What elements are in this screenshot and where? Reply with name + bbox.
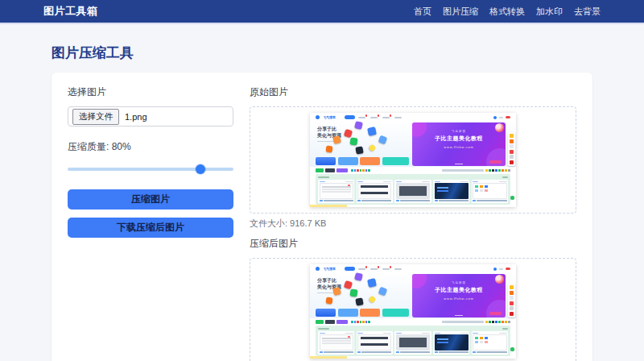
preview-footer-strip [310,356,347,359]
results-panel: 原始图片 飞鸟博客 分享子比 美化与资源 [250,85,576,361]
preview-banner-title: 子比主题美化教程 [412,286,506,294]
app-icon [355,297,363,305]
preview-emoji-row [485,169,510,172]
preview-hero-subtitle [317,293,335,294]
original-image-box: 飞鸟博客 分享子比 美化与资源 [250,106,576,214]
preview-tag-glyphs [351,321,370,323]
preview-banner-divider [455,164,463,165]
preview-banner: 飞鸟家园 子比主题美化教程 www.ffskw.com [412,122,506,166]
preview-banner-url: www.ffskw.com [412,297,506,301]
top-navbar: 图片工具箱 首页 图片压缩 格式转换 加水印 去背景 [0,0,644,24]
app-icon [326,297,333,305]
nav-link-compress[interactable]: 图片压缩 [443,6,478,18]
preview-nav-item [370,267,379,271]
preview-nav-item [358,115,367,119]
preview-logo-icon [316,115,320,119]
preview-floating-toolbar [508,132,515,166]
preview-articles-panel [316,326,510,356]
preview-hero-title-line2: 美化与资源 [317,284,412,291]
app-icon [367,278,377,288]
preview-article-cards [318,331,508,355]
preview-hero-title-line1: 分享子比 [317,278,412,284]
article-card [433,331,469,355]
preview-tag [336,320,348,324]
preview-announcement [442,321,510,323]
preview-chat-icon [510,347,514,351]
app-icon [378,135,388,145]
preview-site-topbar: 飞鸟博客 [310,113,516,122]
preview-nav-item [394,115,403,119]
compressed-image-heading: 压缩后图片 [250,237,576,251]
download-button[interactable]: 下载压缩后图片 [68,218,233,238]
preview-banner-title: 子比主题美化教程 [412,135,506,143]
preview-nav-item [382,115,391,119]
preview-emoji-row [485,321,510,323]
control-panel: 选择图片 选择文件 1.png 压缩质量: 80% 压缩图片 下载压缩后图片 [68,85,233,361]
preview-banner-button [489,160,502,164]
preview-floating-toolbar [508,284,515,317]
app-icon [378,287,388,297]
preview-chat-icon [510,196,514,200]
select-image-label: 选择图片 [68,85,233,99]
quality-slider[interactable] [68,164,233,175]
preview-banner-url: www.ffskw.com [412,145,506,149]
article-card [394,180,431,203]
app-icon [349,288,357,297]
article-card [318,331,354,355]
preview-nav-item [382,267,391,271]
preview-logo-text: 飞鸟博客 [323,267,336,271]
quality-label: 压缩质量: 80% [68,140,233,154]
preview-banner-button [489,312,502,316]
preview-banner-character [495,275,504,284]
preview-tag [316,320,324,324]
app-icon [367,127,377,136]
nav-link-convert[interactable]: 格式转换 [489,6,525,18]
preview-hero-buttons [316,157,409,165]
preview-banner: 飞鸟家园 子比主题美化教程 www.ffskw.com [412,274,506,317]
preview-nav-item [370,115,379,119]
preview-banner-tag: 飞鸟家园 [412,281,506,284]
app-title: 图片工具箱 [43,4,98,19]
preview-active-nav-pill [345,115,355,119]
preview-tag-glyphs [351,169,370,172]
preview-topbar-actions [493,116,510,119]
preview-tag [336,168,348,172]
tool-card: 选择图片 选择文件 1.png 压缩质量: 80% 压缩图片 下载压缩后图片 原… [52,73,592,361]
uploaded-image-preview: 飞鸟博客 分享子比 美化与资源 [310,264,516,359]
preview-footer-strip [310,205,347,208]
preview-tag [325,168,335,172]
compress-button[interactable]: 压缩图片 [68,189,233,210]
preview-announcement [442,169,510,172]
preview-hero-title-line1: 分享子比 [317,127,412,133]
preview-hero: 分享子比 美化与资源 飞鸟家园 [310,273,516,318]
preview-hero-title-line2: 美化与资源 [317,133,412,139]
choose-file-button[interactable]: 选择文件 [72,109,119,125]
diamond-icon [369,296,377,304]
nav-links: 首页 图片压缩 格式转换 加水印 去背景 [414,6,601,18]
preview-banner-divider [455,315,463,317]
preview-articles-panel [316,174,510,205]
nav-link-watermark[interactable]: 加水印 [536,6,563,18]
preview-nav-item [358,267,367,271]
preview-tags-row [310,318,516,326]
preview-logo-text: 飞鸟博客 [323,115,336,119]
preview-article-cards [318,180,508,203]
preview-tags-row [310,167,516,174]
app-icon [349,137,357,145]
diamond-icon [369,144,377,152]
app-icon [332,287,341,296]
preview-active-nav-pill [345,267,355,271]
quality-slider-thumb[interactable] [196,164,205,174]
article-card [357,331,393,355]
nav-link-remove-bg[interactable]: 去背景 [574,6,601,18]
preview-nav-item [394,267,403,271]
preview-banner-character [495,123,504,132]
quality-slider-track[interactable] [68,168,233,171]
article-card [472,180,508,203]
file-input[interactable]: 选择文件 1.png [68,106,233,127]
preview-banner-tag: 飞鸟家园 [412,130,506,133]
page-content: 图片压缩工具 选择图片 选择文件 1.png 压缩质量: 80% 压缩图片 下载… [0,44,644,361]
nav-link-home[interactable]: 首页 [414,6,431,18]
compressed-image-box: 飞鸟博客 分享子比 美化与资源 [250,258,576,361]
preview-tag [325,320,335,324]
